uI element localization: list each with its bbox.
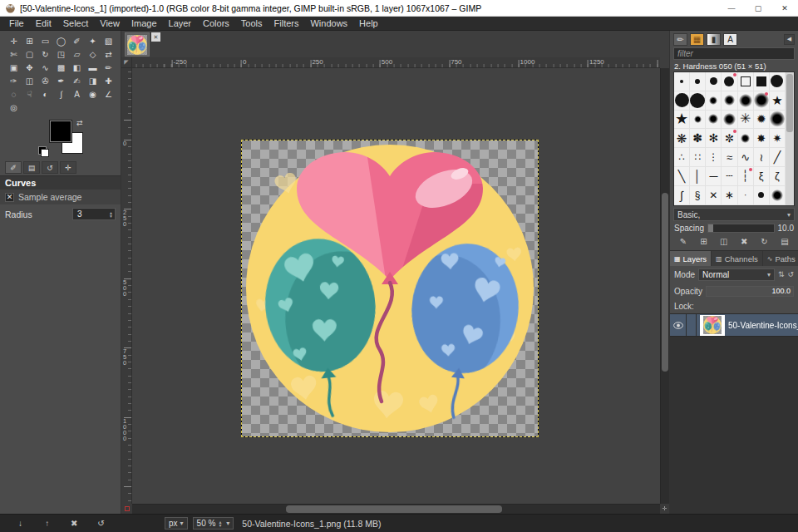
delete-brush[interactable]: ✖	[737, 237, 751, 249]
brush-item[interactable]	[754, 91, 770, 111]
brush-item[interactable]: ✽	[690, 129, 706, 148]
swap-colors-button[interactable]: ⇄	[76, 119, 83, 127]
tool-text[interactable]: A	[70, 88, 84, 101]
brush-item[interactable]: ∴	[674, 148, 690, 167]
brush-item[interactable]: ∗	[722, 186, 737, 205]
tool-zoom[interactable]: ◎	[7, 101, 21, 114]
brush-item[interactable]	[770, 111, 786, 130]
brush-item[interactable]	[722, 91, 737, 111]
image-tab[interactable]	[125, 32, 150, 57]
vertical-scrollbar[interactable]	[660, 68, 669, 504]
sample-average-checkbox[interactable]: ✕	[5, 193, 14, 202]
vertical-scrollbar-thumb[interactable]	[662, 193, 668, 372]
reset-mode-icon[interactable]: ↺	[787, 270, 794, 278]
tool-measure[interactable]: ∠	[101, 88, 116, 101]
tool-free-select[interactable]: ✐	[70, 35, 84, 47]
tool-bucket-fill[interactable]: ◧	[70, 62, 84, 74]
tab-paths[interactable]: ∿Paths	[763, 251, 798, 266]
brush-item[interactable]: ✹	[754, 111, 770, 130]
tool-options-tab[interactable]: ✐	[5, 161, 22, 174]
menu-layer[interactable]: Layer	[163, 17, 198, 31]
brush-item[interactable]	[706, 72, 722, 91]
tool-blur-sharpen[interactable]: ◌	[7, 88, 21, 101]
menu-view[interactable]: View	[94, 17, 126, 31]
switch-mode-group-icon[interactable]: ⇅	[778, 270, 785, 278]
tool-color-picker[interactable]: ◉	[86, 88, 100, 101]
menu-image[interactable]: Image	[126, 17, 163, 31]
brush-item[interactable]: ✻	[706, 129, 722, 148]
tool-smudge[interactable]: ☟	[22, 88, 37, 101]
edit-brush[interactable]: ✎	[677, 237, 690, 249]
brush-item[interactable]	[738, 129, 754, 148]
brush-item[interactable]	[706, 91, 722, 111]
brush-item[interactable]: ζ	[770, 167, 786, 186]
brush-item[interactable]: ∿	[738, 148, 754, 167]
tool-scissors[interactable]: ✄	[7, 48, 21, 61]
restore-tool-preset[interactable]: ↑	[41, 519, 54, 528]
tool-warp[interactable]: ∿	[38, 62, 52, 74]
brush-item[interactable]	[722, 72, 737, 91]
open-brush-as-image[interactable]: ▤	[778, 237, 791, 249]
tool-select-by-color[interactable]: ▧	[101, 35, 116, 47]
horizontal-scrollbar-thumb[interactable]	[286, 505, 502, 513]
tool-shear[interactable]: ▱	[70, 48, 84, 61]
brush-item[interactable]: ─	[706, 167, 722, 186]
brush-group-dropdown[interactable]: Basic, ▾	[673, 208, 795, 221]
tool-handle-transform[interactable]: ✥	[22, 62, 37, 74]
tool-unified-transform[interactable]: ▣	[7, 62, 21, 74]
menu-help[interactable]: Help	[353, 17, 384, 31]
canvas-image[interactable]	[241, 140, 539, 437]
brush-scrollbar[interactable]	[786, 72, 794, 205]
menu-windows[interactable]: Windows	[304, 17, 353, 31]
spacing-slider[interactable]	[707, 224, 774, 233]
brush-item[interactable]	[738, 91, 754, 111]
device-status-tab[interactable]: ▤	[23, 161, 40, 174]
layer-link-cell[interactable]	[687, 314, 697, 336]
brush-item[interactable]: ┄	[722, 167, 737, 186]
brush-item[interactable]: ┆	[738, 167, 754, 186]
brush-item[interactable]: ★	[674, 111, 690, 130]
duplicate-brush[interactable]: ◫	[717, 237, 731, 249]
refresh-brushes[interactable]: ↻	[758, 237, 771, 249]
tool-clone[interactable]: ◨	[86, 75, 100, 87]
horizontal-ruler[interactable]: -250025050075010001250	[132, 57, 660, 68]
tool-ellipse-select[interactable]: ◯	[54, 35, 68, 47]
layer-mode-dropdown[interactable]: Normal ▾	[698, 268, 775, 281]
brush-item[interactable]: ✼	[722, 129, 737, 148]
menu-file[interactable]: File	[3, 17, 30, 31]
brush-item[interactable]: ≀	[754, 148, 770, 167]
tab-channels[interactable]: ▥Channels	[712, 251, 763, 266]
tool-scale[interactable]: ◳	[54, 48, 68, 61]
brushes-tab[interactable]: ✏	[673, 33, 687, 46]
horizontal-scrollbar[interactable]	[132, 504, 660, 514]
tool-paths[interactable]: ∫	[54, 88, 68, 101]
save-tool-preset[interactable]: ↓	[13, 519, 27, 528]
ruler-corner-button[interactable]: ◤	[121, 57, 132, 68]
brush-item[interactable]: ξ	[754, 167, 770, 186]
navigation-button[interactable]: ✛	[660, 504, 669, 514]
brush-item[interactable]	[754, 186, 770, 205]
tool-ink[interactable]: ✒	[54, 75, 68, 87]
brush-item[interactable]: ✕	[706, 186, 722, 205]
brush-item[interactable]: ✷	[770, 129, 786, 148]
menu-filters[interactable]: Filters	[268, 17, 305, 31]
tool-alignment[interactable]: ⊞	[22, 35, 37, 47]
brush-item[interactable]	[690, 72, 706, 91]
quick-mask-button[interactable]	[121, 504, 132, 514]
tool-gradient[interactable]: ▬	[86, 62, 100, 74]
vertical-ruler[interactable]: 02 5 05 0 07 5 01 0 0 0	[121, 68, 132, 504]
tool-pencil[interactable]: ✏	[101, 62, 116, 74]
tool-rotate[interactable]: ↻	[38, 48, 52, 61]
dock-menu-button[interactable]: ◀	[784, 34, 795, 45]
brush-item[interactable]: ╲	[674, 167, 690, 186]
menu-colors[interactable]: Colors	[197, 17, 235, 31]
brush-item[interactable]: ⋮	[706, 148, 722, 167]
opacity-slider[interactable]: 100.0	[706, 286, 794, 297]
brush-item[interactable]: ∫	[674, 186, 690, 205]
tool-rect-select[interactable]: ▭	[38, 35, 52, 47]
window-maximize-button[interactable]: ▢	[745, 0, 771, 16]
brush-item[interactable]	[738, 72, 754, 91]
brush-item[interactable]: ∷	[690, 148, 706, 167]
menu-select[interactable]: Select	[57, 17, 95, 31]
unit-dropdown[interactable]: px ▾	[165, 517, 188, 530]
